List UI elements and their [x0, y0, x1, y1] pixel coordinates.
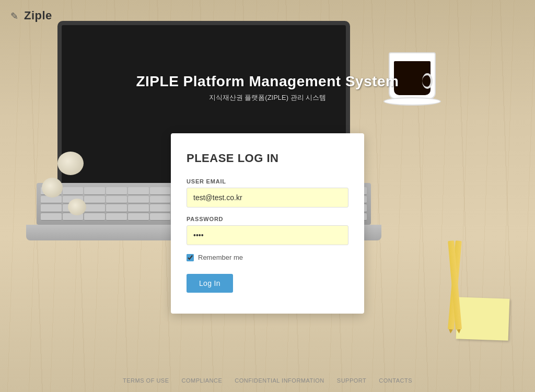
- card-title: PLEASE LOG IN: [187, 152, 348, 165]
- password-group: PASSWORD: [187, 216, 348, 245]
- footer-link[interactable]: CONTACTS: [379, 377, 412, 384]
- remember-checkbox[interactable]: [187, 254, 194, 261]
- logo: ✎ Ziple: [10, 9, 52, 22]
- paper-decoration: [68, 199, 86, 215]
- email-input[interactable]: [187, 188, 348, 207]
- remember-label[interactable]: Remember me: [198, 253, 243, 261]
- password-input[interactable]: [187, 225, 348, 245]
- footer: TERMS OF USECOMPLIANCECONFIDENTIAL INFOR…: [0, 368, 535, 392]
- email-label: USER EMAIL: [187, 178, 348, 185]
- header: ✎ Ziple: [0, 0, 535, 31]
- pencils-decoration: [420, 225, 483, 329]
- logo-text: Ziple: [24, 9, 52, 22]
- hero-section: ZIPLE Platform Management System 지식재산권 플…: [0, 73, 535, 102]
- login-card: PLEASE LOG IN USER EMAIL PASSWORD Rememb…: [171, 133, 364, 314]
- paper-decoration: [42, 178, 63, 198]
- logo-icon: ✎: [10, 10, 21, 21]
- password-label: PASSWORD: [187, 216, 348, 222]
- footer-link[interactable]: TERMS OF USE: [123, 377, 169, 384]
- email-group: USER EMAIL: [187, 178, 348, 207]
- remember-group: Remember me: [187, 253, 348, 261]
- footer-link[interactable]: COMPLIANCE: [182, 377, 223, 384]
- footer-link[interactable]: SUPPORT: [337, 377, 366, 384]
- footer-link[interactable]: CONFIDENTIAL INFORMATION: [235, 377, 324, 384]
- login-button[interactable]: Log In: [187, 274, 233, 293]
- sub-title: 지식재산권 플랫폼(ZIPLE) 관리 시스템: [0, 93, 535, 102]
- main-title: ZIPLE Platform Management System: [0, 73, 535, 90]
- paper-decoration: [57, 152, 84, 175]
